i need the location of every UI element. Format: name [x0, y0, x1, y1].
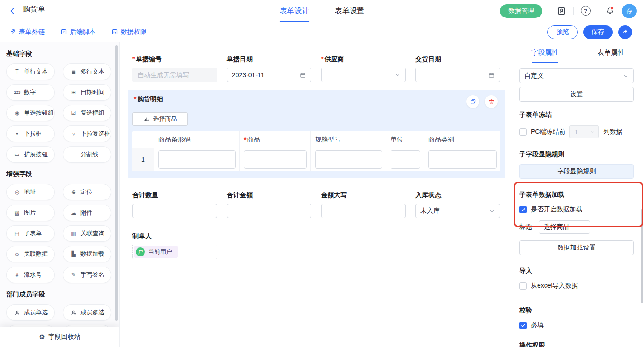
import-excel-checkbox[interactable]	[519, 282, 527, 290]
recycle-icon: ♻	[39, 333, 45, 341]
field-label: 供应商	[321, 55, 406, 63]
divider	[573, 7, 574, 15]
field-item-multi-line-text[interactable]: ≣多行文本	[63, 63, 111, 80]
select-product-button[interactable]: 选择商品	[132, 112, 188, 126]
field-item-select[interactable]: ▾下拉框	[6, 125, 55, 142]
field-delivery-date: 交货日期	[415, 55, 500, 82]
category-input[interactable]	[428, 150, 497, 169]
field-item-attachment[interactable]: ☁附件	[63, 205, 111, 221]
help-button[interactable]: ?	[580, 6, 591, 17]
amount-in-words-input[interactable]	[321, 204, 406, 218]
tab-form-settings[interactable]: 表单设置	[335, 0, 364, 22]
panel-scrollbar[interactable]	[641, 209, 643, 303]
order-number-input[interactable]	[132, 68, 217, 82]
contact-book-button[interactable]	[556, 6, 567, 17]
field-label: 单据编号	[132, 55, 217, 63]
field-item-member-multi[interactable]: 成员多选	[63, 304, 111, 321]
data-manage-button[interactable]: 数据管理	[500, 4, 542, 18]
storage-status-select[interactable]: 未入库	[415, 204, 500, 218]
required-checkbox[interactable]	[519, 322, 527, 329]
preview-button[interactable]: 预览	[547, 25, 578, 39]
field-item-multi-select[interactable]: ▿下拉复选框	[63, 125, 111, 142]
total-amount-input[interactable]	[227, 204, 311, 218]
field-item-divider[interactable]: ═分割线	[63, 146, 111, 163]
location-icon: ⊕	[70, 189, 77, 195]
field-item-image[interactable]: ▧图片	[6, 205, 55, 221]
settings-button[interactable]: 设置	[519, 87, 634, 102]
freeze-checkbox[interactable]	[519, 128, 527, 136]
dataload-enable-checkbox[interactable]	[519, 206, 527, 213]
total-quantity-input[interactable]	[132, 204, 217, 218]
subform-title: 购货明细	[132, 95, 163, 103]
chevron-down-icon	[590, 130, 595, 135]
field-item-related-data[interactable]: ∞关联数据	[6, 246, 55, 262]
tab-form-design[interactable]: 表单设计	[280, 0, 309, 22]
data-load-icon: ▙	[70, 251, 77, 257]
visibility-rules-button[interactable]: 字段显隐规则	[519, 164, 634, 179]
field-item-datetime[interactable]: ⊞日期时间	[63, 84, 111, 101]
tab-field-properties[interactable]: 字段属性	[512, 42, 578, 63]
order-date-input[interactable]: 2023-01-11	[227, 68, 311, 82]
creator-value-box[interactable]: 户 当前用户	[132, 245, 217, 259]
related-data-icon: ∞	[13, 251, 21, 257]
field-item-checkbox-group[interactable]: ☑复选框组	[63, 105, 111, 121]
field-item-serial-number[interactable]: #流水号	[6, 267, 55, 283]
field-item-radio-group[interactable]: ◉单选按钮组	[6, 105, 55, 121]
dataload-settings-button[interactable]: 数据加载设置	[519, 240, 634, 255]
user-avatar[interactable]: 存	[622, 4, 637, 18]
data-permission-button[interactable]: 数据权限	[111, 28, 147, 36]
product-input[interactable]	[244, 150, 307, 169]
tab-form-properties[interactable]: 表单属性	[578, 42, 644, 63]
field-item-lookup-query[interactable]: ▥关联查询	[63, 225, 111, 242]
delete-subform-button[interactable]	[485, 95, 498, 108]
field-item-member-single[interactable]: 成员单选	[6, 304, 55, 321]
field-label: 合计金额	[227, 191, 311, 199]
top-navbar: 购货单 表单设计 表单设置 数据管理 ? 存	[0, 0, 644, 22]
copy-subform-button[interactable]	[466, 95, 479, 108]
save-button[interactable]: 保存	[583, 25, 613, 39]
delivery-date-input[interactable]	[415, 68, 500, 82]
freeze-count-select[interactable]: 1	[569, 125, 599, 138]
dataload-enable-row: 是否开启数据加载	[519, 205, 634, 214]
help-icon: ?	[581, 6, 591, 16]
signature-icon: ✎	[70, 272, 77, 278]
section-title-enhanced-fields: 增强字段	[6, 170, 114, 178]
field-recycle-bin[interactable]: ♻ 字段回收站	[0, 327, 119, 347]
field-item-data-load[interactable]: ▙数据加载	[63, 246, 111, 262]
field-item-address[interactable]: ◎地址	[6, 184, 55, 200]
dataload-title-input[interactable]	[539, 220, 590, 234]
user-tag-avatar-icon: 户	[136, 247, 145, 256]
field-label: 制单人	[132, 232, 500, 240]
back-button[interactable]	[7, 6, 17, 16]
script-icon	[60, 28, 67, 35]
field-label: 单据日期	[227, 55, 311, 63]
field-item-number[interactable]: 123数字	[6, 84, 55, 101]
backend-script-button[interactable]: 后端脚本	[60, 28, 96, 36]
subform-purchase-detail[interactable]: 购货明细	[128, 90, 505, 178]
external-link-button[interactable]: 表单外链	[9, 28, 45, 36]
field-item-single-line-text[interactable]: T单行文本	[6, 63, 55, 80]
supplier-select[interactable]	[321, 68, 406, 82]
row-index: 1	[132, 148, 154, 171]
field-type-select[interactable]: 自定义	[519, 68, 634, 83]
select-icon: ▾	[13, 131, 21, 137]
field-amount-in-words: 金额大写	[321, 191, 406, 218]
spec-input[interactable]	[315, 150, 382, 169]
notification-button[interactable]	[604, 6, 615, 17]
form-toolbar: 表单外链 后端脚本 数据权限 预览 保存	[0, 22, 644, 42]
data-permission-icon	[111, 28, 118, 35]
section-title-visibility-rules: 子字段显隐规则	[519, 150, 634, 159]
sidebar-scrollbar[interactable]	[115, 45, 118, 321]
barcode-input[interactable]	[158, 150, 236, 169]
field-item-subform[interactable]: ▤子表单	[6, 225, 55, 242]
share-button[interactable]	[618, 25, 632, 39]
field-item-signature[interactable]: ✎手写签名	[63, 267, 111, 283]
field-item-location[interactable]: ⊕定位	[63, 184, 111, 200]
field-supplier: 供应商	[321, 55, 406, 82]
form-title[interactable]: 购货单	[22, 5, 46, 17]
form-canvas[interactable]: 单据编号 单据日期 2023-01-11 供应商	[120, 42, 512, 347]
field-item-extend-button[interactable]: ▭扩展按钮	[6, 146, 55, 163]
enhanced-field-grid: ◎地址 ⊕定位 ▧图片 ☁附件 ▤子表单 ▥关联查询 ∞关联数据 ▙数据加载 #…	[6, 184, 114, 283]
unit-input[interactable]	[391, 150, 420, 169]
share-arrow-icon	[621, 28, 629, 36]
